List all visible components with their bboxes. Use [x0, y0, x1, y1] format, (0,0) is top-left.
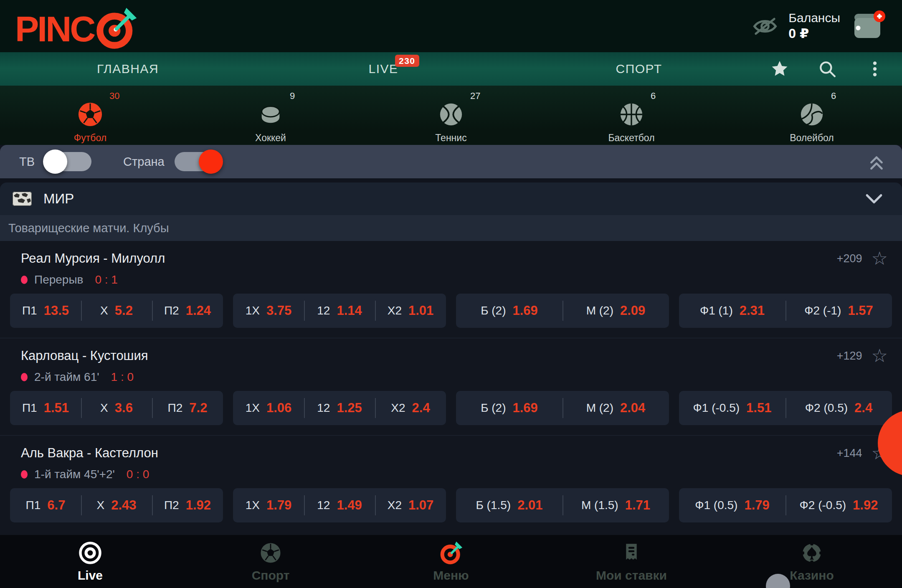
bottom-nav-label: Live [78, 568, 103, 583]
odds-cell[interactable]: 1Х1.06 [233, 391, 304, 425]
deposit-wallet-button[interactable] [851, 10, 887, 42]
sport-item-basketball[interactable]: 6 Баскетбол [541, 86, 722, 145]
favorite-star-icon[interactable]: ☆ [872, 347, 888, 365]
sport-label: Баскетбол [608, 132, 654, 144]
odds-cell[interactable]: Х22.4 [375, 391, 446, 425]
match-row: Реал Мурсия - Милуолл +209 ☆ Перерыв 0 :… [0, 241, 902, 338]
sport-item-football[interactable]: 30 Футбол [0, 86, 180, 145]
odds-cell[interactable]: П113.5 [10, 294, 81, 328]
odds-cell[interactable]: 121.14 [304, 294, 375, 328]
odds-cell[interactable]: П11.51 [10, 391, 81, 425]
tab-sport[interactable]: СПОРТ [511, 52, 767, 86]
odds-cell[interactable]: Ф2 (-1)1.57 [785, 294, 892, 328]
country-toggle[interactable] [175, 152, 221, 171]
bottom-nav-live[interactable]: Live [0, 535, 180, 588]
odds-cell[interactable]: М (2)2.04 [562, 391, 669, 425]
odds-cell[interactable]: П21.92 [152, 488, 223, 522]
more-markets-count[interactable]: +129 [837, 350, 862, 362]
odds-cell[interactable]: П21.24 [152, 294, 223, 328]
sport-label: Футбол [74, 132, 106, 144]
tab-glavnaya-label: ГЛАВНАЯ [97, 62, 159, 76]
filter-bar: ТВ Страна [0, 145, 902, 178]
football-icon [77, 101, 103, 127]
odds-cell[interactable]: Х21.07 [375, 488, 446, 522]
odds-label: Х2 [388, 304, 402, 317]
odds-cell[interactable]: Ф1 (0.5)1.79 [679, 488, 785, 522]
status-text: Перерыв [34, 273, 83, 286]
match-teams[interactable]: Карловац - Кустошия [21, 347, 148, 364]
odds-cell[interactable]: П27.2 [152, 391, 223, 425]
odds-group-1x2: П113.5 Х5.2 П21.24 [10, 294, 223, 328]
odds-label: Ф1 (1) [700, 304, 733, 317]
odds-cell[interactable]: Х21.01 [375, 294, 446, 328]
top-header: PINC Балансы 0 ₽ [0, 0, 902, 52]
chevron-down-icon[interactable] [865, 193, 883, 204]
tv-toggle[interactable] [45, 152, 91, 171]
bottom-nav-label: Спорт [252, 568, 290, 583]
more-markets-count[interactable]: +144 [837, 447, 862, 460]
odds-label: Ф2 (-0.5) [800, 499, 846, 512]
odds-cell[interactable]: Б (2)1.69 [456, 294, 562, 328]
sport-item-hockey[interactable]: 9 Хоккей [180, 86, 361, 145]
odds-label: Б (1.5) [476, 499, 511, 512]
odds-value: 1.01 [408, 303, 433, 318]
collapse-all-chevrons-icon[interactable] [867, 152, 886, 171]
odds-row: П11.51 Х3.6 П27.2 1Х1.06 121.25 Х22.4 Б … [0, 384, 902, 435]
odds-cell[interactable]: Ф1 (1)2.31 [679, 294, 785, 328]
sport-item-volleyball[interactable]: 6 Волейбол [722, 86, 902, 145]
favorites-star-icon[interactable] [771, 60, 788, 78]
odds-cell[interactable]: Ф1 (-0.5)1.51 [679, 391, 785, 425]
odds-value: 5.2 [115, 303, 133, 318]
hide-balance-eye-icon[interactable] [753, 16, 778, 37]
odds-label: П1 [26, 499, 41, 512]
odds-value: 2.31 [740, 303, 765, 318]
bottom-nav-my-bets[interactable]: Мои ставки [541, 535, 722, 588]
sports-carousel: 30 Футбол 9 Хоккей 27 Теннис [0, 86, 902, 145]
odds-label: 1Х [246, 499, 260, 512]
odds-cell[interactable]: 1Х1.79 [233, 488, 304, 522]
balance-label: Балансы [788, 10, 840, 25]
sport-item-tennis[interactable]: 27 Теннис [361, 86, 541, 145]
favorite-star-icon[interactable]: ☆ [872, 249, 888, 268]
odds-label: Ф2 (0.5) [805, 401, 848, 415]
bottom-nav-menu[interactable]: Меню [361, 535, 541, 588]
match-teams[interactable]: Реал Мурсия - Милуолл [21, 250, 165, 267]
bottom-nav-sport[interactable]: Спорт [180, 535, 361, 588]
odds-value: 2.01 [517, 498, 542, 513]
bets-receipt-icon [619, 541, 644, 565]
odds-cell[interactable]: Ф2 (0.5)2.4 [785, 391, 892, 425]
sport-count: 6 [651, 91, 656, 101]
match-status: 1-й тайм 45'+2' 0 : 0 [21, 467, 902, 482]
bottom-nav-casino[interactable]: Казино [722, 535, 902, 588]
pinco-logo[interactable]: PINC [15, 6, 138, 46]
tab-live[interactable]: LIVE 230 [256, 52, 511, 86]
odds-cell[interactable]: М (2)2.09 [562, 294, 669, 328]
odds-cell[interactable]: Х3.6 [81, 391, 152, 425]
odds-value: 3.6 [115, 400, 133, 416]
odds-label: Ф1 (-0.5) [693, 401, 740, 415]
odds-cell[interactable]: 1Х3.75 [233, 294, 304, 328]
more-menu-dots-icon[interactable] [866, 60, 884, 78]
odds-cell[interactable]: М (1.5)1.71 [562, 488, 669, 522]
odds-cell[interactable]: П16.7 [10, 488, 81, 522]
region-header-mir[interactable]: МИР [0, 182, 902, 215]
search-icon[interactable] [818, 60, 836, 78]
odds-value: 1.69 [513, 303, 538, 318]
odds-label: Х2 [388, 499, 402, 512]
odds-cell[interactable]: Х2.43 [81, 488, 152, 522]
more-markets-count[interactable]: +209 [837, 252, 862, 265]
odds-cell[interactable]: Х5.2 [81, 294, 152, 328]
odds-value: 1.06 [266, 400, 291, 416]
odds-cell[interactable]: Б (2)1.69 [456, 391, 562, 425]
odds-value: 1.79 [744, 498, 769, 513]
odds-cell[interactable]: Б (1.5)2.01 [456, 488, 562, 522]
odds-label: Ф1 (0.5) [695, 499, 737, 512]
odds-row: П16.7 Х2.43 П21.92 1Х1.79 121.49 Х21.07 … [0, 482, 902, 532]
tab-glavnaya[interactable]: ГЛАВНАЯ [0, 52, 256, 86]
odds-group-total: Б (1.5)2.01 М (1.5)1.71 [456, 488, 669, 522]
odds-label: П1 [22, 304, 37, 317]
match-teams[interactable]: Аль Вакра - Кастеллон [21, 445, 158, 461]
odds-cell[interactable]: 121.25 [304, 391, 375, 425]
odds-cell[interactable]: Ф2 (-0.5)1.92 [785, 488, 892, 522]
odds-cell[interactable]: 121.49 [304, 488, 375, 522]
